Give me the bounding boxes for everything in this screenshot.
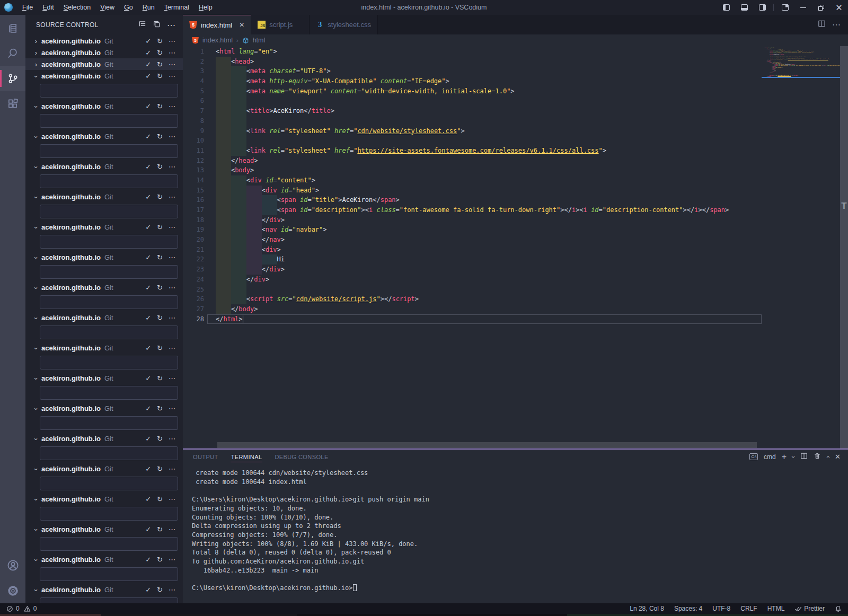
chevron-down-icon[interactable]: › <box>32 284 40 292</box>
close-button[interactable]: ✕ <box>830 0 848 15</box>
repo-row[interactable]: ›acekiron.github.ioGit✓↻⋯ <box>25 251 183 263</box>
refresh-icon[interactable]: ↻ <box>157 163 163 171</box>
refresh-icon[interactable]: ↻ <box>157 37 163 45</box>
repo-more-icon[interactable]: ⋯ <box>169 344 175 352</box>
refresh-icon[interactable]: ↻ <box>157 525 163 533</box>
repo-more-icon[interactable]: ⋯ <box>169 435 175 443</box>
commit-message-input[interactable] <box>40 174 178 188</box>
commit-message-input[interactable] <box>40 205 178 218</box>
commit-check-icon[interactable]: ✓ <box>145 404 151 412</box>
menu-help[interactable]: Help <box>195 2 217 13</box>
status-utf-8[interactable]: UTF-8 <box>712 605 730 612</box>
new-terminal-icon[interactable]: + <box>782 452 787 462</box>
commit-check-icon[interactable]: ✓ <box>145 586 151 594</box>
commit-message-input[interactable] <box>40 114 178 128</box>
commit-message-input[interactable] <box>40 144 178 158</box>
commit-message-input[interactable] <box>40 235 178 249</box>
tab-script.js[interactable]: JSscript.js <box>251 15 310 34</box>
breadcrumb-node[interactable]: html <box>253 37 266 44</box>
repo-more-icon[interactable]: ⋯ <box>169 556 175 564</box>
repo-row[interactable]: ›acekiron.github.ioGit✓↻⋯ <box>25 100 183 112</box>
commit-check-icon[interactable]: ✓ <box>145 49 151 57</box>
chevron-down-icon[interactable]: › <box>32 374 40 383</box>
editor-more-actions-icon[interactable]: ⋯ <box>832 20 841 30</box>
code-line[interactable]: 9<link rel="stylesheet" href="cdn/websit… <box>183 126 762 136</box>
repo-row[interactable]: ›acekiron.github.ioGit✓↻⋯ <box>25 70 183 82</box>
settings-gear-icon[interactable] <box>0 578 25 603</box>
chevron-down-icon[interactable]: › <box>32 253 40 262</box>
repo-row[interactable]: ›acekiron.github.ioGit✓↻⋯ <box>25 342 183 354</box>
code-line[interactable]: 25 <box>183 285 762 295</box>
code-line[interactable]: 26<script src="cdn/website/script.js"></… <box>183 294 762 304</box>
code-line[interactable]: 15<div id="head"> <box>183 186 762 196</box>
code-line[interactable]: 1<html lang="en"> <box>183 47 762 57</box>
breadcrumb-file[interactable]: index.html <box>202 37 233 44</box>
chevron-down-icon[interactable]: › <box>32 465 40 473</box>
chevron-down-icon[interactable]: › <box>32 72 40 81</box>
status-html[interactable]: HTML <box>767 605 785 612</box>
menu-go[interactable]: Go <box>120 2 137 13</box>
refresh-icon[interactable]: ↻ <box>157 72 163 80</box>
commit-message-input[interactable] <box>40 446 178 460</box>
repo-more-icon[interactable]: ⋯ <box>169 223 175 231</box>
warnings-icon[interactable] <box>24 605 31 612</box>
chevron-down-icon[interactable]: › <box>32 495 40 504</box>
chevron-down-icon[interactable]: › <box>32 586 40 594</box>
refresh-icon[interactable]: ↻ <box>157 133 163 140</box>
repo-row[interactable]: ›acekiron.github.ioGit✓↻⋯ <box>25 130 183 142</box>
terminal-output[interactable]: create mode 100644 cdn/website/styleshee… <box>183 464 848 603</box>
chevron-down-icon[interactable]: › <box>32 344 40 353</box>
refresh-icon[interactable]: ↻ <box>157 49 163 57</box>
repo-more-icon[interactable]: ⋯ <box>169 314 175 322</box>
menu-edit[interactable]: Edit <box>38 2 58 13</box>
code-line[interactable]: 13<body> <box>183 165 762 175</box>
repo-more-icon[interactable]: ⋯ <box>169 163 175 171</box>
commit-message-input[interactable] <box>40 537 178 551</box>
breadcrumb[interactable]: 5 index.html › html <box>183 34 848 46</box>
repo-row[interactable]: ›acekiron.github.ioGit✓↻⋯ <box>25 221 183 233</box>
repo-more-icon[interactable]: ⋯ <box>169 72 175 80</box>
split-editor-icon[interactable] <box>818 20 826 30</box>
chevron-down-icon[interactable]: › <box>32 133 40 141</box>
commit-check-icon[interactable]: ✓ <box>145 314 151 322</box>
kill-terminal-icon[interactable] <box>814 452 821 461</box>
search-icon[interactable] <box>0 40 25 66</box>
code-line[interactable]: 19<nav id="navbar"> <box>183 225 762 235</box>
terminal-dropdown-icon[interactable]: › <box>790 456 797 458</box>
repo-row[interactable]: ›acekiron.github.ioGit✓↻⋯ <box>25 35 183 47</box>
repo-row[interactable]: ›acekiron.github.ioGit✓↻⋯ <box>25 58 183 70</box>
code-line[interactable]: 2<head> <box>183 57 762 67</box>
code-editor[interactable]: 1<html lang="en">2<head>3<meta charset="… <box>183 46 848 448</box>
refresh-icon[interactable]: ↻ <box>157 284 163 292</box>
shell-label[interactable]: cmd <box>764 453 776 461</box>
chevron-right-icon[interactable]: › <box>32 60 40 68</box>
repo-more-icon[interactable]: ⋯ <box>169 253 175 261</box>
menu-terminal[interactable]: Terminal <box>160 2 193 13</box>
source-control-icon[interactable] <box>0 66 25 91</box>
maximize-panel-icon[interactable]: › <box>824 456 832 458</box>
repo-more-icon[interactable]: ⋯ <box>169 495 175 503</box>
repo-row[interactable]: ›acekiron.github.ioGit✓↻⋯ <box>25 463 183 474</box>
warnings-count[interactable]: 0 <box>33 605 37 612</box>
repo-row[interactable]: ›acekiron.github.ioGit✓↻⋯ <box>25 281 183 293</box>
panel-tab-terminal[interactable]: TERMINAL <box>231 451 263 462</box>
view-as-tree-icon[interactable] <box>138 20 146 30</box>
refresh-icon[interactable]: ↻ <box>157 374 163 382</box>
chevron-right-icon[interactable]: › <box>32 49 40 57</box>
code-line[interactable]: 8 <box>183 116 762 126</box>
formatter-status[interactable]: Prettier <box>794 605 825 612</box>
repo-row[interactable]: ›acekiron.github.ioGit✓↻⋯ <box>25 161 183 172</box>
status-crlf[interactable]: CRLF <box>740 605 757 612</box>
toggle-secondary-sidebar-icon[interactable] <box>753 0 771 15</box>
refresh-icon[interactable]: ↻ <box>157 102 163 110</box>
chevron-down-icon[interactable]: › <box>32 525 40 534</box>
chevron-down-icon[interactable]: › <box>32 556 40 564</box>
repo-row[interactable]: ›acekiron.github.ioGit✓↻⋯ <box>25 402 183 414</box>
commit-message-input[interactable] <box>40 386 178 400</box>
commit-check-icon[interactable]: ✓ <box>145 284 151 292</box>
refresh-icon[interactable]: ↻ <box>157 60 163 68</box>
refresh-icon[interactable]: ↻ <box>157 586 163 594</box>
menu-selection[interactable]: Selection <box>59 2 95 13</box>
panel-tab-output[interactable]: OUTPUT <box>192 451 219 462</box>
menu-view[interactable]: View <box>96 2 119 13</box>
